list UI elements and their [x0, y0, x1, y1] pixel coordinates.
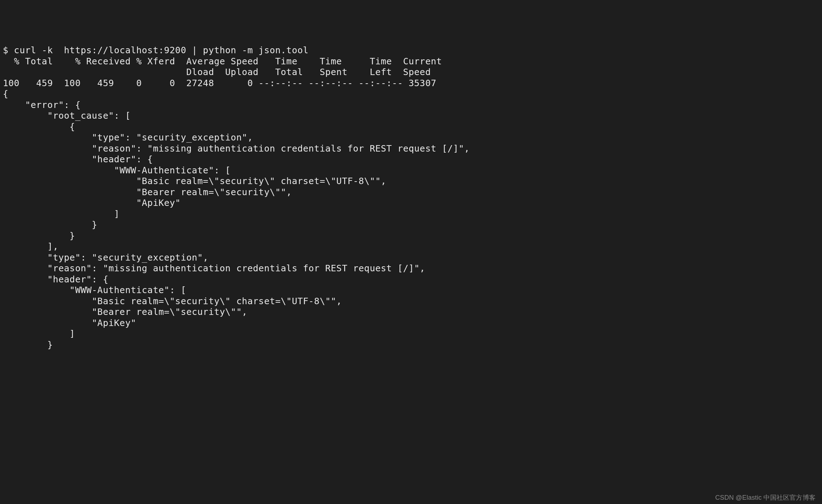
curl-progress-values: 100 459 100 459 0 0 27248 0 --:--:-- --:…: [3, 78, 436, 88]
watermark-text: CSDN @Elastic 中国社区官方博客: [715, 494, 816, 502]
terminal-output[interactable]: $ curl -k https://localhost:9200 | pytho…: [3, 45, 819, 350]
curl-progress-header-2: Dload Upload Total Spent Left Speed: [3, 67, 431, 77]
shell-prompt: $: [3, 45, 14, 55]
json-output: { "error": { "root_cause": [ { "type": "…: [3, 89, 470, 350]
curl-progress-header-1: % Total % Received % Xferd Average Speed…: [3, 56, 442, 66]
command-text: curl -k https://localhost:9200 | python …: [14, 45, 308, 55]
